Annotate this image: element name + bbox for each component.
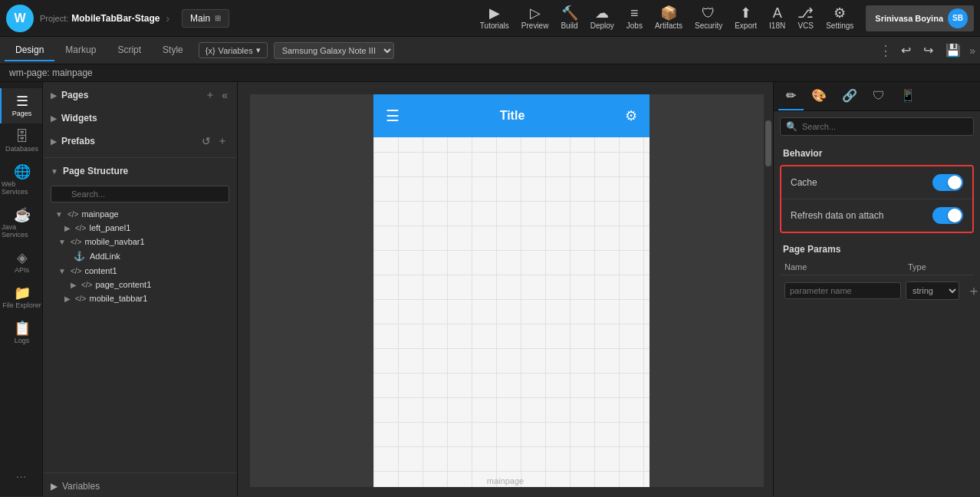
params-input-row: string int boolean date ＋ (780, 275, 974, 306)
cache-toggle[interactable] (932, 174, 963, 191)
settings-label: Settings (826, 21, 853, 30)
right-tab-device[interactable]: 📱 (893, 82, 923, 110)
left-sidebar: ☰ Pages 🗄 Databases 🌐 Web Services ☕ Jav… (0, 82, 43, 496)
canvas-scrollbar[interactable] (764, 82, 773, 496)
content1-label: content1 (84, 266, 117, 275)
pages-section-header[interactable]: ▶ Pages ＋ « (43, 82, 237, 108)
collapse-panel-button[interactable]: « (220, 87, 229, 104)
refresh-data-toggle[interactable] (932, 207, 963, 224)
behavior-box: Cache Refresh data on attach (780, 165, 974, 233)
behavior-section-title: Behavior (774, 142, 980, 165)
cache-toggle-knob (948, 176, 962, 189)
sidebar-item-web-services[interactable]: 🌐 Web Services (0, 159, 42, 202)
page-label: wm-page: mainpage (9, 67, 93, 78)
tutorials-button[interactable]: ▶ Tutorials (480, 6, 509, 30)
build-button[interactable]: 🔨 Build (561, 6, 577, 30)
export-button[interactable]: ⬆ Export (735, 6, 757, 30)
hamburger-icon: ☰ (386, 107, 400, 125)
tree-node-mobile-navbar1[interactable]: ▼ </> mobile_navbar1 (43, 235, 237, 248)
addlink-anchor-icon: ⚓ (74, 251, 85, 262)
security-button[interactable]: 🛡 Security (695, 6, 722, 30)
device-selector[interactable]: Samsung Galaxy Note III (274, 42, 394, 59)
sidebar-item-logs[interactable]: 📋 Logs (0, 315, 42, 351)
refresh-data-toggle-knob (948, 209, 962, 222)
widgets-section-header[interactable]: ▶ Widgets (43, 108, 237, 128)
add-prefab-button[interactable]: ＋ (215, 133, 229, 150)
mainpage-label: mainpage (81, 209, 118, 219)
tree-node-mobile-tabbar1[interactable]: ▶ </> mobile_tabbar1 (43, 291, 237, 305)
breadcrumb-chevron: › (166, 12, 169, 25)
undo-button[interactable]: ↩ (897, 41, 915, 60)
variables-footer[interactable]: ▶ Variables (43, 476, 237, 496)
add-param-button[interactable]: ＋ (964, 280, 980, 301)
nav-actions: ▶ Tutorials ▷ Preview 🔨 Build ☁ Deploy ≡… (480, 5, 974, 31)
sub-nav: Design Markup Script Style {x} Variables… (0, 37, 980, 64)
tree-node-left-panel1[interactable]: ▶ </> left_panel1 (43, 221, 237, 235)
sidebar-item-file-explorer[interactable]: 📁 File Explorer (0, 280, 42, 315)
prefabs-section-header[interactable]: ▶ Prefabs ↺ ＋ (43, 128, 237, 154)
sidebar-item-java-services[interactable]: ☕ Java Services (0, 202, 42, 245)
right-tab-security[interactable]: 🛡 (865, 83, 893, 110)
pages-header-actions: ＋ « (203, 87, 229, 104)
variables-button[interactable]: {x} Variables ▾ (199, 42, 268, 58)
refresh-prefabs-button[interactable]: ↺ (200, 133, 212, 150)
tree-search-input[interactable] (51, 186, 229, 202)
page-tab-label: Main (190, 13, 210, 24)
vcs-button[interactable]: ⎇ VCS (797, 6, 814, 30)
apis-icon: ◈ (17, 251, 28, 265)
tree-node-mainpage[interactable]: ▼ </> mainpage (43, 207, 237, 221)
content1-expand-icon: ▼ (58, 267, 66, 275)
more-options-button[interactable]: ⋮ (879, 42, 893, 59)
redo-button[interactable]: ↪ (919, 41, 937, 60)
user-menu[interactable]: Srinivasa Boyina SB (866, 5, 974, 31)
preview-button[interactable]: ▷ Preview (521, 6, 549, 30)
vcs-label: VCS (797, 21, 814, 30)
tab-script[interactable]: Script (107, 40, 152, 61)
more-sidebar-options[interactable]: ··· (16, 464, 26, 490)
tree-node-addlink[interactable]: ⚓ AddLink (43, 248, 237, 264)
expand-right-icon[interactable]: » (969, 44, 975, 57)
ruler-left (238, 82, 250, 496)
right-tab-events[interactable]: 🔗 (834, 82, 865, 110)
add-page-button[interactable]: ＋ (203, 87, 217, 104)
param-name-input[interactable] (784, 282, 901, 299)
page-content1-tag: </> (81, 281, 92, 289)
canvas-bottom-scrollbar[interactable] (238, 487, 764, 496)
tab-design[interactable]: Design (5, 40, 54, 61)
cache-row: Cache (781, 166, 972, 199)
right-tab-properties[interactable]: ✏ (778, 82, 804, 110)
settings-button[interactable]: ⚙ Settings (826, 6, 853, 30)
grid-icon: ⊞ (215, 14, 221, 22)
save-button[interactable]: 💾 (942, 41, 965, 60)
jobs-button[interactable]: ≡ Jobs (626, 6, 643, 30)
tree-node-content1[interactable]: ▼ </> content1 (43, 264, 237, 278)
page-structure-section-header[interactable]: ▼ Page Structure (43, 161, 237, 181)
logs-label: Logs (15, 337, 30, 344)
main-layout: ☰ Pages 🗄 Databases 🌐 Web Services ☕ Jav… (0, 82, 980, 496)
tab-markup[interactable]: Markup (54, 40, 107, 61)
tree-node-page-content1[interactable]: ▶ </> page_content1 (43, 278, 237, 291)
deploy-button[interactable]: ☁ Deploy (590, 6, 614, 30)
page-tab[interactable]: Main ⊞ (182, 9, 229, 28)
left-panel: ▶ Pages ＋ « ▶ Widgets ▶ Prefabs ↺ ＋ (43, 82, 238, 496)
artifacts-button[interactable]: 📦 Artifacts (655, 6, 682, 30)
logs-icon: 📋 (14, 321, 31, 335)
sidebar-item-apis[interactable]: ◈ APIs (0, 245, 42, 280)
right-tab-style[interactable]: 🎨 (804, 82, 834, 110)
web-services-icon: 🌐 (14, 165, 31, 179)
mainpage-tag: </> (67, 210, 78, 219)
canvas-scroll-thumb[interactable] (765, 120, 771, 166)
variables-expand-icon: ▶ (51, 481, 58, 492)
right-panel-search-input[interactable] (780, 117, 974, 136)
app-logo[interactable]: W (6, 5, 34, 32)
settings-icon: ⚙ (834, 6, 846, 20)
sidebar-item-pages[interactable]: ☰ Pages (0, 88, 42, 123)
i18n-button[interactable]: A I18N (769, 6, 785, 30)
sidebar-item-databases[interactable]: 🗄 Databases (0, 123, 42, 159)
deploy-icon: ☁ (595, 6, 609, 20)
widgets-label: Widgets (61, 113, 97, 123)
tab-style[interactable]: Style (152, 40, 194, 61)
apis-label: APIs (15, 266, 29, 274)
param-type-select[interactable]: string int boolean date (906, 281, 959, 300)
prefabs-expand-icon: ▶ (51, 137, 57, 146)
